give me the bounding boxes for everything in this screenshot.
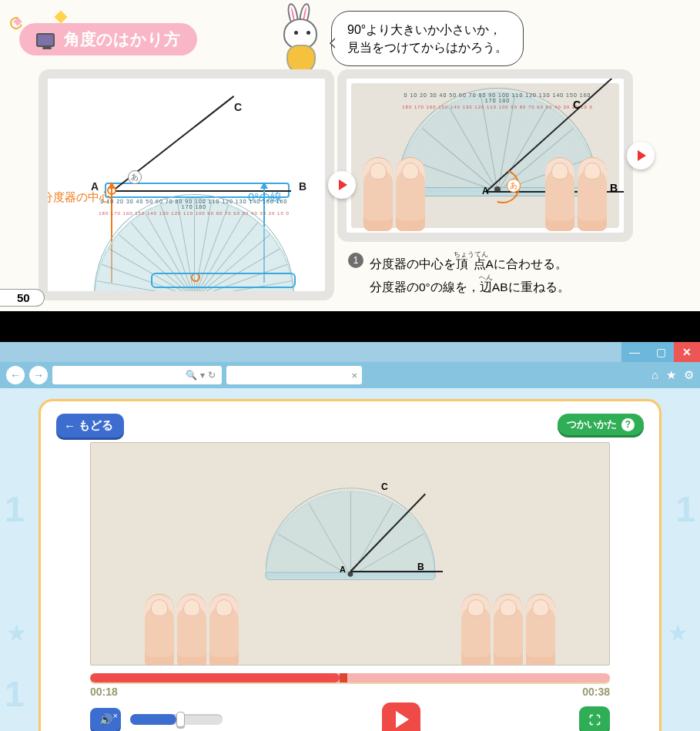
label-B: B bbox=[610, 182, 618, 194]
lesson-title: 角度のはかり方 bbox=[64, 30, 180, 48]
progress-knob[interactable] bbox=[340, 673, 347, 682]
time-current: 00:18 bbox=[90, 686, 118, 698]
step-number-icon: 1 bbox=[348, 253, 363, 268]
search-icon: 🔍 bbox=[186, 370, 197, 381]
lesson-banner: 角度のはかり方 bbox=[19, 23, 197, 55]
window-minimize-button[interactable]: — bbox=[621, 342, 648, 362]
play-panel-button[interactable] bbox=[627, 142, 655, 169]
page-number-tab: 50 bbox=[0, 289, 45, 307]
panel-2-column: 0 10 20 30 40 50 60 70 80 90 100 110 120… bbox=[337, 69, 633, 298]
dropdown-icon: ▾ bbox=[200, 370, 205, 381]
video-viewport[interactable]: A B C bbox=[90, 442, 610, 666]
label-C: C bbox=[573, 99, 581, 111]
fullscreen-button[interactable]: ⛶ bbox=[579, 706, 610, 731]
gear-icon[interactable]: ⚙ bbox=[684, 368, 694, 382]
nav-back-button[interactable]: ← bbox=[6, 366, 25, 384]
label-B: B bbox=[417, 562, 424, 572]
protractor-outer-ticks: 0 10 20 30 40 50 60 70 80 90 100 110 120… bbox=[94, 199, 294, 210]
hand-left bbox=[363, 157, 425, 231]
speech-line: 90°より大きいか小さいか， bbox=[347, 21, 507, 39]
photo-panel-2: 0 10 20 30 40 50 60 70 80 90 100 110 120… bbox=[337, 69, 633, 242]
panel-1-wrap: A B C あ 分度器の中心 0°の線 0 10 20 30 40 50 60 … bbox=[39, 69, 334, 300]
volume-slider[interactable] bbox=[130, 714, 223, 725]
nav-forward-button[interactable]: → bbox=[29, 366, 48, 384]
textbook-page: 角度のはかり方 90°より大きいか小さいか， 見当をつけてからはかろう。 bbox=[0, 0, 700, 311]
back-button[interactable]: ← もどる bbox=[56, 414, 124, 438]
sparkle-icon bbox=[55, 11, 68, 24]
speech-bubble: 90°より大きいか小さいか， 見当をつけてからはかろう。 bbox=[331, 11, 524, 66]
volume-knob[interactable] bbox=[176, 712, 185, 727]
label-A: A bbox=[340, 565, 346, 574]
bg-number: 1 bbox=[5, 488, 25, 530]
mute-x-icon: × bbox=[113, 711, 118, 720]
search-address-field[interactable]: 🔍 ▾ ↻ bbox=[52, 366, 222, 384]
window-titlebar: — ▢ ✕ bbox=[0, 342, 700, 362]
content-frame: ← もどる つかいかた ? A B bbox=[39, 399, 661, 731]
speaker-icon: 🔊 bbox=[99, 713, 112, 726]
ray-AB bbox=[350, 571, 443, 572]
app-body: 1 ★ 1 1 ★ ← もどる つかいかた ? bbox=[0, 388, 700, 731]
title-bar: 角度のはかり方 90°より大きいか小さいか， 見当をつけてからはかろう。 bbox=[0, 8, 692, 69]
hand-left bbox=[145, 594, 239, 666]
angle-badge: あ bbox=[128, 170, 142, 184]
speech-line: 見当をつけてからはかろう。 bbox=[347, 39, 507, 56]
step-caption: 1 分度器の中心を頂点ちょうてんAに合わせる。 分度器の0°の線を，辺へんABに… bbox=[337, 242, 633, 298]
play-panel-button[interactable] bbox=[328, 171, 356, 199]
secondary-field[interactable]: × bbox=[226, 366, 362, 384]
progress-bar[interactable]: 00:18 00:38 bbox=[90, 673, 610, 698]
window-maximize-button[interactable]: ▢ bbox=[648, 342, 674, 362]
play-button[interactable] bbox=[382, 702, 420, 731]
question-icon: ? bbox=[621, 418, 635, 431]
section-divider bbox=[0, 311, 700, 342]
home-icon[interactable]: ⌂ bbox=[651, 368, 658, 382]
star-icon: ★ bbox=[6, 619, 32, 645]
player-controls: 🔊 × ⛶ bbox=[90, 702, 610, 731]
window-close-button[interactable]: ✕ bbox=[674, 342, 700, 362]
app-window: — ▢ ✕ ← → 🔍 ▾ ↻ × ⌂ ★ ⚙ 1 ★ 1 1 ★ ← bbox=[0, 342, 700, 731]
mute-button[interactable]: 🔊 × bbox=[90, 708, 121, 731]
hand-right bbox=[545, 157, 607, 231]
star-icon[interactable]: ★ bbox=[666, 368, 676, 382]
back-label: もどる bbox=[79, 418, 113, 433]
caption-line: 分度器の0°の線を，辺へんABに重ねる。 bbox=[370, 274, 570, 297]
label-C: C bbox=[234, 101, 242, 113]
arrow-left-icon: ← bbox=[64, 419, 75, 432]
angle-badge: あ bbox=[507, 179, 521, 193]
protractor-inner-ticks: 180 170 160 150 140 130 120 110 100 90 8… bbox=[94, 211, 294, 216]
label-A: A bbox=[482, 186, 489, 196]
highlight-zero-line bbox=[151, 273, 296, 288]
tv-icon bbox=[36, 33, 55, 47]
fullscreen-icon: ⛶ bbox=[589, 713, 601, 726]
help-label: つかいかた bbox=[567, 417, 617, 431]
help-button[interactable]: つかいかた ? bbox=[558, 414, 644, 435]
label-C: C bbox=[381, 481, 388, 492]
refresh-icon[interactable]: ↻ bbox=[208, 370, 216, 381]
bg-number: 1 bbox=[5, 673, 25, 715]
time-total: 00:38 bbox=[582, 686, 610, 698]
caption-line: 分度器の中心を頂点ちょうてんAに合わせる。 bbox=[370, 251, 570, 274]
hand-right bbox=[461, 594, 555, 666]
star-icon: ★ bbox=[668, 619, 694, 645]
clear-icon[interactable]: × bbox=[351, 370, 357, 381]
protractor-center-dot bbox=[191, 293, 197, 299]
panels-row: A B C あ 分度器の中心 0°の線 0 10 20 30 40 50 60 … bbox=[0, 69, 692, 311]
diagram-panel-1: A B C あ 分度器の中心 0°の線 0 10 20 30 40 50 60 … bbox=[39, 69, 334, 300]
browser-toolbar: ← → 🔍 ▾ ↻ × ⌂ ★ ⚙ bbox=[0, 362, 700, 388]
label-B: B bbox=[299, 180, 306, 193]
bg-number: 1 bbox=[675, 488, 695, 530]
protractor bbox=[265, 488, 435, 576]
